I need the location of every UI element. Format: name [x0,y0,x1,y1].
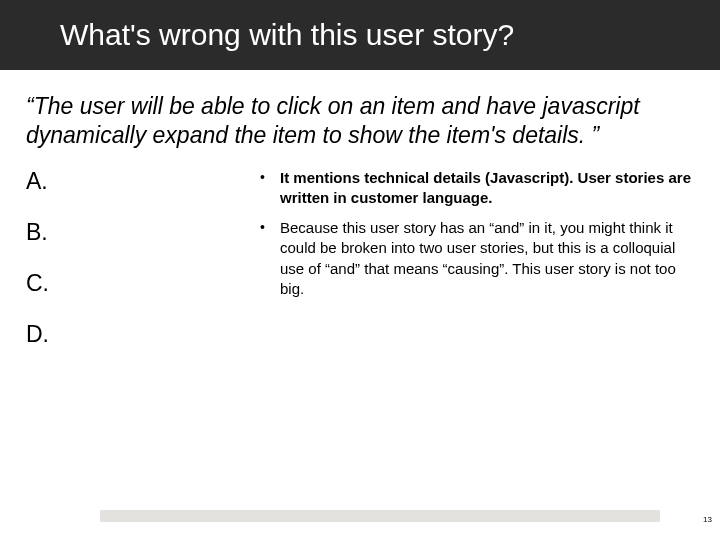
slide: What's wrong with this user story? “The … [0,0,720,540]
options-column: A. B. C. D. [26,168,246,372]
explanation-column: It mentions technical details (Javascrip… [246,168,694,372]
option-b: B. [26,219,246,246]
slide-title: What's wrong with this user story? [60,18,514,52]
page-number: 13 [703,515,712,524]
option-a: A. [26,168,246,195]
explanation-item: Because this user story has an “and” in … [254,218,694,299]
title-bar: What's wrong with this user story? [0,0,720,70]
option-d: D. [26,321,246,348]
user-story-quote: “The user will be able to click on an it… [26,92,694,150]
footer-decoration [100,510,660,522]
explanation-list: It mentions technical details (Javascrip… [254,168,694,300]
explanation-text-bold: It mentions technical details (Javascrip… [280,169,691,206]
option-c: C. [26,270,246,297]
explanation-item: It mentions technical details (Javascrip… [254,168,694,209]
content-area: “The user will be able to click on an it… [0,70,720,372]
columns: A. B. C. D. It mentions technical detail… [26,168,694,372]
explanation-text: Because this user story has an “and” in … [280,219,676,297]
